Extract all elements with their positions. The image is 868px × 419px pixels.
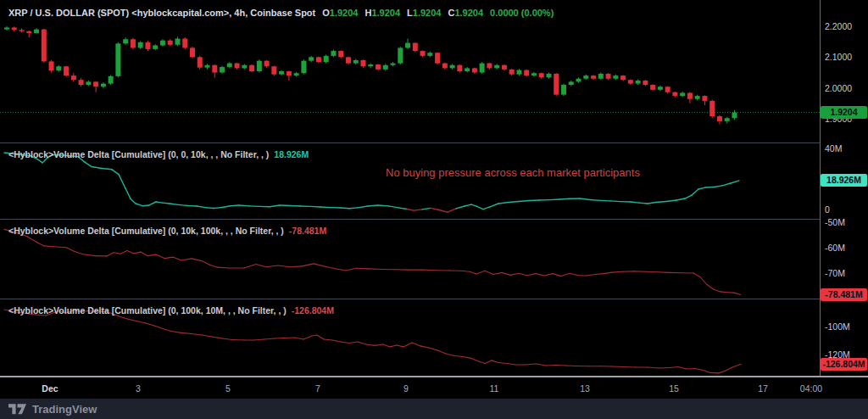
main-pane-legend: XRP / U.S. DOLLAR (SPOT) <hyblockcapital… — [8, 8, 554, 19]
time-axis-label: 15 — [669, 383, 679, 394]
indicator-title-2[interactable]: <Hyblock>Volume Delta [Cumulative] (0, 1… — [8, 226, 284, 236]
pane-separator-3[interactable] — [0, 299, 820, 299]
price-axis-tick: -50M — [825, 217, 865, 227]
price-axis-tick: 40M — [825, 143, 865, 154]
delta-line-1 — [4, 153, 739, 212]
price-axis-tick: 2.2000 — [825, 21, 865, 31]
change-value: 0.0000 (0.00%) — [490, 8, 554, 18]
attribution-bar: TradingView — [0, 399, 868, 419]
delta-1-value-badge: 18.926M — [821, 174, 867, 187]
indicator-value-2: -78.481M — [289, 226, 326, 236]
time-axis-label: Dec — [42, 383, 58, 394]
indicator-legend-3: <Hyblock>Volume Delta [Cumulative] (0, 1… — [8, 305, 334, 316]
chart-annotation[interactable]: No buying pressure across each market pa… — [386, 166, 640, 179]
indicator-value-1: 18.926M — [274, 149, 309, 159]
delta-line-3 — [4, 310, 741, 373]
tradingview-brand[interactable]: TradingView — [32, 403, 97, 416]
time-axis-label: 5 — [225, 383, 231, 394]
last-price-badge: 1.9204 — [821, 106, 867, 119]
time-axis-label: 7 — [315, 383, 320, 394]
symbol-title[interactable]: XRP / U.S. DOLLAR (SPOT) <hyblockcapital… — [8, 8, 315, 18]
high-value: 1.9204 — [371, 8, 400, 18]
time-axis-label: 04:00 — [800, 383, 822, 394]
price-axis-border — [820, 0, 821, 376]
time-axis[interactable]: Dec35791113151704:00 — [0, 377, 868, 399]
delta-2-value-badge: -78.481M — [821, 288, 867, 301]
time-axis-label: 13 — [580, 383, 590, 394]
price-axis-tick: 0 — [825, 204, 865, 215]
delta-3-value-badge: -126.804M — [821, 358, 867, 371]
price-axis-tick: -60M — [825, 243, 865, 253]
tradingview-logo-icon[interactable] — [8, 404, 26, 415]
time-axis-label: 11 — [490, 383, 499, 394]
time-axis-label: 17 — [758, 383, 768, 394]
chart-area[interactable] — [0, 0, 868, 399]
time-axis-label: 9 — [403, 383, 409, 394]
open-label: O — [322, 8, 330, 18]
candlestick-series — [4, 26, 737, 125]
close-value: 1.9204 — [454, 8, 483, 18]
open-value: 1.9204 — [330, 8, 359, 18]
price-axis-tick: -100M — [825, 321, 865, 332]
time-axis-label: 3 — [136, 383, 141, 394]
pane-separator-1[interactable] — [0, 142, 820, 143]
low-label: L — [407, 8, 413, 18]
price-axis-tick: 2.0000 — [825, 83, 865, 93]
tradingview-chart-window: XRP / U.S. DOLLAR (SPOT) <hyblockcapital… — [0, 0, 868, 419]
low-value: 1.9204 — [413, 8, 442, 18]
indicator-title-3[interactable]: <Hyblock>Volume Delta [Cumulative] (0, 1… — [8, 305, 287, 316]
delta-line-2 — [4, 229, 741, 294]
indicator-legend-2: <Hyblock>Volume Delta [Cumulative] (0, 1… — [8, 226, 326, 236]
indicator-legend-1: <Hyblock>Volume Delta [Cumulative] (0, 0… — [8, 149, 309, 159]
indicator-value-3: -126.804M — [292, 305, 334, 316]
pane-separator-2[interactable] — [0, 219, 820, 220]
indicator-title-1[interactable]: <Hyblock>Volume Delta [Cumulative] (0, 0… — [8, 149, 269, 159]
price-axis-tick: 2.1000 — [825, 52, 865, 62]
price-axis-tick: -70M — [825, 268, 865, 278]
